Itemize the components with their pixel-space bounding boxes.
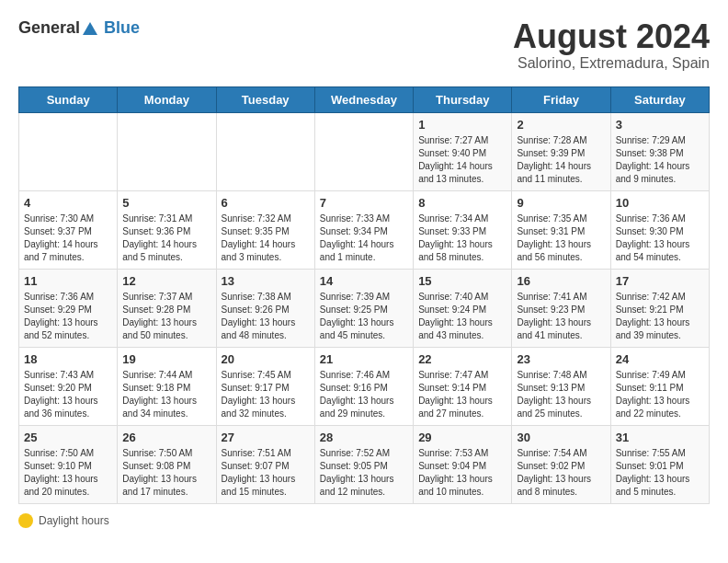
- calendar-cell: 9Sunrise: 7:35 AM Sunset: 9:31 PM Daylig…: [512, 190, 610, 269]
- day-number: 31: [616, 431, 704, 444]
- day-number: 5: [122, 196, 210, 210]
- day-number: 23: [517, 352, 605, 366]
- day-number: 29: [418, 431, 506, 444]
- calendar-week-row: 18Sunrise: 7:43 AM Sunset: 9:20 PM Dayli…: [19, 347, 710, 425]
- day-info: Sunrise: 7:31 AM Sunset: 9:36 PM Dayligh…: [122, 213, 210, 264]
- day-number: 17: [616, 274, 704, 288]
- calendar-cell: 31Sunrise: 7:55 AM Sunset: 9:01 PM Dayli…: [610, 425, 709, 503]
- calendar-header-row: SundayMondayTuesdayWednesdayThursdayFrid…: [19, 86, 710, 112]
- calendar-cell: [19, 112, 118, 190]
- day-info: Sunrise: 7:33 AM Sunset: 9:34 PM Dayligh…: [320, 213, 408, 264]
- calendar-cell: 16Sunrise: 7:41 AM Sunset: 9:23 PM Dayli…: [512, 269, 610, 347]
- calendar-cell: 7Sunrise: 7:33 AM Sunset: 9:34 PM Daylig…: [314, 190, 413, 269]
- daylight-label: Daylight hours: [39, 514, 109, 527]
- sun-icon: [18, 513, 33, 528]
- calendar-cell: 6Sunrise: 7:32 AM Sunset: 9:35 PM Daylig…: [216, 190, 314, 269]
- day-number: 15: [418, 274, 506, 288]
- day-number: 4: [24, 196, 112, 210]
- day-info: Sunrise: 7:45 AM Sunset: 9:17 PM Dayligh…: [222, 369, 310, 420]
- day-number: 25: [24, 431, 112, 444]
- calendar-week-row: 25Sunrise: 7:50 AM Sunset: 9:10 PM Dayli…: [19, 425, 710, 503]
- logo: General Blue: [18, 18, 140, 39]
- day-number: 3: [616, 118, 704, 132]
- day-number: 21: [320, 352, 408, 366]
- calendar-cell: 26Sunrise: 7:50 AM Sunset: 9:08 PM Dayli…: [118, 425, 216, 503]
- calendar-cell: [216, 112, 314, 190]
- day-number: 20: [222, 352, 310, 366]
- calendar-cell: 1Sunrise: 7:27 AM Sunset: 9:40 PM Daylig…: [414, 112, 512, 190]
- day-number: 11: [24, 274, 112, 288]
- title-block: August 2024 Salorino, Extremadura, Spain: [513, 18, 710, 72]
- day-info: Sunrise: 7:41 AM Sunset: 9:23 PM Dayligh…: [517, 291, 605, 342]
- calendar-cell: 25Sunrise: 7:50 AM Sunset: 9:10 PM Dayli…: [19, 425, 118, 503]
- day-number: 7: [320, 196, 408, 210]
- logo-blue: Blue: [104, 18, 140, 37]
- calendar-cell: 12Sunrise: 7:37 AM Sunset: 9:28 PM Dayli…: [118, 269, 216, 347]
- day-number: 27: [222, 431, 310, 444]
- calendar-cell: 27Sunrise: 7:51 AM Sunset: 9:07 PM Dayli…: [216, 425, 314, 503]
- calendar-day-header: Monday: [118, 86, 216, 112]
- day-number: 9: [517, 196, 605, 210]
- day-number: 19: [122, 352, 210, 366]
- day-info: Sunrise: 7:32 AM Sunset: 9:35 PM Dayligh…: [222, 213, 310, 264]
- calendar-cell: 13Sunrise: 7:38 AM Sunset: 9:26 PM Dayli…: [216, 269, 314, 347]
- svg-marker-0: [83, 22, 97, 35]
- day-info: Sunrise: 7:53 AM Sunset: 9:04 PM Dayligh…: [418, 447, 506, 499]
- calendar-cell: [118, 112, 216, 190]
- day-info: Sunrise: 7:39 AM Sunset: 9:25 PM Dayligh…: [320, 291, 408, 342]
- calendar-cell: 5Sunrise: 7:31 AM Sunset: 9:36 PM Daylig…: [118, 190, 216, 269]
- logo-general: General: [18, 18, 80, 37]
- day-number: 26: [122, 431, 210, 444]
- calendar-table: SundayMondayTuesdayWednesdayThursdayFrid…: [18, 86, 710, 504]
- day-info: Sunrise: 7:40 AM Sunset: 9:24 PM Dayligh…: [418, 291, 506, 342]
- day-info: Sunrise: 7:50 AM Sunset: 9:10 PM Dayligh…: [24, 447, 112, 499]
- calendar-cell: 30Sunrise: 7:54 AM Sunset: 9:02 PM Dayli…: [512, 425, 610, 503]
- day-number: 16: [517, 274, 605, 288]
- calendar-cell: 23Sunrise: 7:48 AM Sunset: 9:13 PM Dayli…: [512, 347, 610, 425]
- day-info: Sunrise: 7:50 AM Sunset: 9:08 PM Dayligh…: [122, 447, 210, 499]
- day-info: Sunrise: 7:52 AM Sunset: 9:05 PM Dayligh…: [320, 447, 408, 499]
- day-info: Sunrise: 7:43 AM Sunset: 9:20 PM Dayligh…: [24, 369, 112, 420]
- day-info: Sunrise: 7:51 AM Sunset: 9:07 PM Dayligh…: [222, 447, 310, 499]
- footer-note: Daylight hours: [18, 513, 710, 528]
- day-number: 22: [418, 352, 506, 366]
- day-number: 10: [616, 196, 704, 210]
- calendar-cell: 18Sunrise: 7:43 AM Sunset: 9:20 PM Dayli…: [19, 347, 118, 425]
- day-info: Sunrise: 7:42 AM Sunset: 9:21 PM Dayligh…: [616, 291, 704, 342]
- calendar-cell: 3Sunrise: 7:29 AM Sunset: 9:38 PM Daylig…: [610, 112, 709, 190]
- calendar-day-header: Thursday: [414, 86, 512, 112]
- day-number: 6: [222, 196, 310, 210]
- logo-icon: [81, 20, 99, 39]
- day-number: 30: [517, 431, 605, 444]
- calendar-day-header: Sunday: [19, 86, 118, 112]
- calendar-cell: 4Sunrise: 7:30 AM Sunset: 9:37 PM Daylig…: [19, 190, 118, 269]
- day-info: Sunrise: 7:46 AM Sunset: 9:16 PM Dayligh…: [320, 369, 408, 420]
- day-number: 14: [320, 274, 408, 288]
- day-info: Sunrise: 7:27 AM Sunset: 9:40 PM Dayligh…: [418, 134, 506, 186]
- day-number: 13: [222, 274, 310, 288]
- day-info: Sunrise: 7:28 AM Sunset: 9:39 PM Dayligh…: [517, 134, 605, 186]
- calendar-cell: 19Sunrise: 7:44 AM Sunset: 9:18 PM Dayli…: [118, 347, 216, 425]
- day-info: Sunrise: 7:36 AM Sunset: 9:30 PM Dayligh…: [616, 213, 704, 264]
- calendar-week-row: 1Sunrise: 7:27 AM Sunset: 9:40 PM Daylig…: [19, 112, 710, 190]
- day-info: Sunrise: 7:36 AM Sunset: 9:29 PM Dayligh…: [24, 291, 112, 342]
- day-info: Sunrise: 7:55 AM Sunset: 9:01 PM Dayligh…: [616, 447, 704, 499]
- page-subtitle: Salorino, Extremadura, Spain: [513, 55, 710, 72]
- calendar-cell: 15Sunrise: 7:40 AM Sunset: 9:24 PM Dayli…: [414, 269, 512, 347]
- day-info: Sunrise: 7:38 AM Sunset: 9:26 PM Dayligh…: [222, 291, 310, 342]
- day-number: 2: [517, 118, 605, 132]
- day-number: 1: [418, 118, 506, 132]
- day-info: Sunrise: 7:49 AM Sunset: 9:11 PM Dayligh…: [616, 369, 704, 420]
- day-info: Sunrise: 7:47 AM Sunset: 9:14 PM Dayligh…: [418, 369, 506, 420]
- page-header: General Blue August 2024 Salorino, Extre…: [18, 18, 710, 72]
- calendar-cell: 17Sunrise: 7:42 AM Sunset: 9:21 PM Dayli…: [610, 269, 709, 347]
- calendar-cell: 11Sunrise: 7:36 AM Sunset: 9:29 PM Dayli…: [19, 269, 118, 347]
- calendar-week-row: 4Sunrise: 7:30 AM Sunset: 9:37 PM Daylig…: [19, 190, 710, 269]
- day-number: 8: [418, 196, 506, 210]
- day-info: Sunrise: 7:35 AM Sunset: 9:31 PM Dayligh…: [517, 213, 605, 264]
- day-info: Sunrise: 7:44 AM Sunset: 9:18 PM Dayligh…: [122, 369, 210, 420]
- day-number: 12: [122, 274, 210, 288]
- calendar-cell: 2Sunrise: 7:28 AM Sunset: 9:39 PM Daylig…: [512, 112, 610, 190]
- calendar-cell: [314, 112, 413, 190]
- calendar-day-header: Tuesday: [216, 86, 314, 112]
